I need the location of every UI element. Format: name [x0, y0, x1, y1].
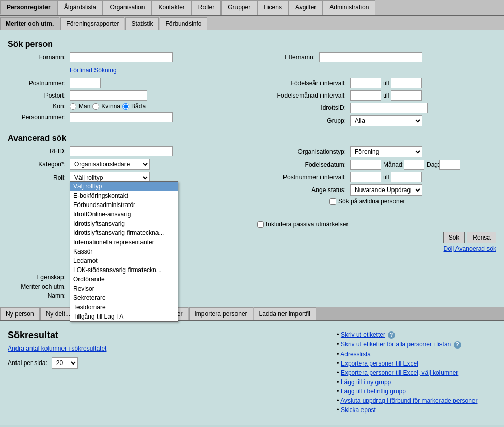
search-left-col: Förnamn:	[8, 52, 247, 65]
advanced-right-col: Organisationstyp: Förening Födelsedatum:…	[257, 146, 496, 302]
subtab-foreningsrapporter[interactable]: Föreningsrapporter	[60, 17, 124, 30]
results-content: Sökresultat Ändra antal kolumner i sökre…	[8, 325, 496, 420]
fodelsemanad-from-input[interactable]	[350, 90, 381, 101]
manad-input[interactable]	[404, 160, 424, 170]
kon-bada-radio[interactable]	[122, 103, 129, 110]
action-item-5: Lägg till i ny grupp	[337, 377, 496, 387]
roll-item-4[interactable]: Idrottslyftsansvarig	[70, 219, 178, 228]
subtab-statistik[interactable]: Statistik	[125, 17, 159, 30]
dolj-avancerad-link[interactable]: Dölj Avancerad sök	[443, 245, 496, 252]
search-form-extended: Postnummer: Postort: Kön: Man Kvinna Båd…	[8, 78, 496, 129]
inkludera-checkbox[interactable]	[257, 221, 264, 228]
roll-item-12[interactable]: Sekreterare	[70, 293, 178, 303]
fodelsedatum-label: Födelsedatum:	[257, 161, 350, 168]
tab-licens[interactable]: Licens	[257, 0, 289, 15]
skriv-etiketter-link[interactable]: Skriv ut etiketter	[341, 331, 385, 338]
avsluta-uppdrag-link[interactable]: Avsluta uppdrag i förbund för markerade …	[340, 397, 477, 404]
rfid-row: RFID:	[8, 146, 247, 156]
roll-item-7[interactable]: Kassör	[70, 247, 178, 256]
inkludera-label: Inkludera passiva utmärkelser	[266, 220, 348, 228]
sok-avlidna-checkbox[interactable]	[329, 198, 336, 205]
exportera-excel-link[interactable]: Exportera personer till Excel	[341, 360, 418, 367]
exportera-excel-kolumner-link[interactable]: Exportera personer till Excel, välj kolu…	[341, 369, 458, 376]
fodelsear-from-input[interactable]	[350, 78, 381, 88]
kon-kvinna-radio[interactable]	[92, 103, 99, 110]
lagg-till-ny-grupp-link[interactable]: Lägg till i ny grupp	[341, 378, 391, 386]
roll-item-10[interactable]: Ordförande	[70, 275, 178, 284]
roll-item-2[interactable]: Förbundsadministratör	[70, 200, 178, 210]
results-left: Sökresultat Ändra antal kolumner i sökre…	[8, 330, 326, 415]
roll-item-9[interactable]: LOK-stödsansvarig firmateckn...	[70, 265, 178, 275]
tab-administration[interactable]: Administration	[323, 0, 375, 15]
action-item-4: Exportera personer till Excel, välj kolu…	[337, 368, 496, 377]
postnummer-from-input[interactable]	[350, 172, 381, 182]
fodelsemanad-label: Födelsemånad i intervall:	[257, 92, 350, 99]
roll-item-0[interactable]: Välj rolltyp	[70, 182, 178, 191]
adresslista-link[interactable]: Adresslista	[340, 351, 371, 358]
efternamn-label: Efternamn:	[257, 54, 319, 61]
kon-radio-group: Man Kvinna Båda	[70, 103, 146, 110]
action-item-1: Skriv ut etiketter för alla personer i l…	[337, 340, 496, 350]
postort-input[interactable]	[70, 90, 147, 101]
tab-atgardslista[interactable]: Åtgärdslista	[57, 0, 103, 15]
tab-kontakter[interactable]: Kontakter	[151, 0, 191, 15]
grupp-label: Grupp:	[257, 117, 350, 124]
rensa-button[interactable]: Rensa	[467, 232, 496, 243]
subtab-meriter[interactable]: Meriter och utm.	[0, 17, 59, 30]
roll-item-8[interactable]: Ledamot	[70, 256, 178, 265]
fodelsemanad-to-input[interactable]	[391, 90, 422, 101]
fodelsear-to-input[interactable]	[391, 78, 422, 88]
tab-avgifter[interactable]: Avgifter	[289, 0, 323, 15]
idrottsid-row: IdrottsID:	[257, 103, 496, 113]
organisationstyp-select[interactable]: Förening	[350, 146, 422, 157]
roll-dropdown-container: Välj rolltyp Välj rolltyp E-bokföringsko…	[70, 172, 150, 183]
andra-kolumner-link[interactable]: Ändra antal kolumner i sökresultatet	[8, 345, 326, 352]
ange-status-select[interactable]: Nuvarande Uppdrag	[350, 184, 422, 196]
roll-item-5[interactable]: Idrottslyftsansvarig firmateckna...	[70, 228, 178, 238]
efternamn-input[interactable]	[319, 52, 422, 62]
roll-item-13[interactable]: Testdomare	[70, 303, 178, 312]
postnummer-row: Postnummer:	[8, 78, 247, 88]
sub-navigation: Meriter och utm. Föreningsrapporter Stat…	[0, 16, 504, 30]
rfid-input[interactable]	[70, 146, 173, 156]
personnummer-input[interactable]	[70, 112, 173, 122]
roll-item-11[interactable]: Revisor	[70, 284, 178, 293]
roll-item-1[interactable]: E-bokföringskontakt	[70, 191, 178, 200]
roll-item-14[interactable]: Tillgång till Lag TA	[70, 312, 178, 321]
skriv-etiketter-info-icon[interactable]: ?	[388, 331, 395, 339]
action-item-8: Skicka epost	[337, 405, 496, 415]
tab-grupper[interactable]: Grupper	[221, 0, 257, 15]
idrottsid-input[interactable]	[350, 103, 428, 113]
organisationstyp-label: Organisationstyp:	[257, 148, 350, 155]
forfinad-sokning-link[interactable]: Förfinad Sökning	[70, 67, 496, 74]
postnummer-to-input[interactable]	[391, 172, 422, 182]
tab-organisation[interactable]: Organisation	[103, 0, 151, 15]
kategori-select[interactable]: Organisationsledare	[70, 159, 150, 170]
rfid-label: RFID:	[8, 148, 70, 155]
skriv-etiketter-alla-link[interactable]: Skriv ut etiketter för alla personer i l…	[341, 341, 451, 348]
action-importera[interactable]: Importera personer	[189, 307, 253, 320]
action-item-7: Avsluta uppdrag i förbund för markerade …	[337, 396, 496, 405]
postnummer-input[interactable]	[70, 78, 101, 88]
per-page-select[interactable]: 20 50 100	[52, 357, 78, 369]
fornamn-input[interactable]	[70, 52, 173, 62]
subtab-forbundsinfo[interactable]: Förbundsinfo	[160, 17, 207, 30]
skriv-etiketter-alla-info-icon[interactable]: ?	[454, 341, 461, 349]
action-ladda-ner[interactable]: Ladda ner importfil	[254, 307, 316, 320]
skicka-epost-link[interactable]: Skicka epost	[341, 406, 376, 414]
fodelsedatum-input[interactable]	[350, 160, 381, 170]
main-content: Sök person Förnamn: Efternamn: Förfinad …	[0, 30, 504, 307]
action-ny-person[interactable]: Ny person	[0, 307, 40, 320]
kon-man-radio[interactable]	[70, 103, 76, 110]
postnummer-till-label: till	[383, 173, 389, 181]
dag-input[interactable]	[439, 160, 460, 170]
lagg-till-befintlig-link[interactable]: Lägg till i befintlig grupp	[341, 388, 406, 395]
tab-personregister[interactable]: Personregister	[0, 0, 57, 15]
roll-label: Roll:	[8, 174, 70, 181]
roll-item-3[interactable]: IdrottOnline-ansvarig	[70, 210, 178, 219]
grupp-select[interactable]: Alla	[350, 115, 422, 126]
manad-label: Månad:	[383, 161, 404, 168]
sok-button[interactable]: Sök	[443, 232, 465, 243]
roll-item-6[interactable]: Internationella representanter	[70, 238, 178, 247]
tab-roller[interactable]: Roller	[192, 0, 221, 15]
